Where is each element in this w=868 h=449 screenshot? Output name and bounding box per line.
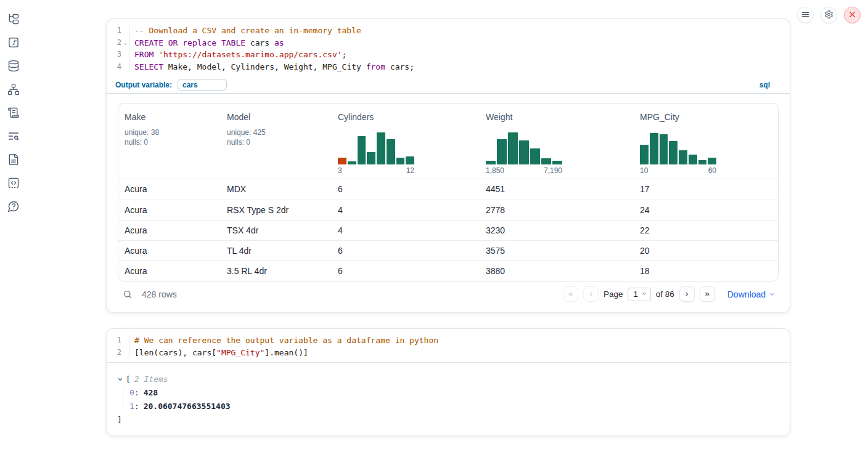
last-page-button[interactable]: » — [700, 286, 715, 302]
histogram-bar[interactable] — [650, 133, 658, 164]
histogram-bar[interactable] — [708, 158, 716, 164]
close-icon — [848, 10, 857, 21]
histogram-bar[interactable] — [669, 141, 678, 164]
scratchpad-icon[interactable] — [7, 106, 20, 119]
table-cell: 3575 — [480, 246, 634, 256]
chevrons-left-icon: « — [568, 289, 573, 299]
line-number: 3 — [107, 49, 121, 61]
chevron-right-icon: › — [685, 289, 689, 299]
histogram-bar[interactable] — [698, 160, 707, 164]
table-cell: Acura — [118, 266, 221, 276]
output-variable-input[interactable] — [178, 79, 227, 91]
column-header-cylinders[interactable]: Cylinders312 — [332, 103, 480, 179]
help-icon[interactable] — [7, 200, 20, 213]
search-icon[interactable] — [123, 289, 133, 299]
sql-editor[interactable]: 1-- Download a CSV and create an in-memo… — [107, 19, 790, 77]
table-row[interactable]: Acura3.5 RL 4dr6388018 — [118, 261, 778, 281]
settings-button[interactable] — [821, 7, 837, 23]
token-str: 'https://datasets.marimo.app/cars.csv' — [158, 50, 342, 59]
data-sources-icon[interactable] — [7, 59, 20, 73]
token-comment: -- Download a CSV and create an in-memor… — [134, 26, 361, 35]
tree-entry: 0:428 — [129, 386, 779, 400]
histogram-bar[interactable] — [377, 132, 385, 164]
code-text: # We can reference the output variable a… — [129, 334, 438, 347]
token-kw: TABLE — [221, 38, 245, 47]
fold-chevron-icon[interactable]: ⌄ — [121, 37, 129, 49]
line-number: 4 — [107, 61, 121, 73]
next-page-button[interactable]: › — [679, 286, 695, 302]
histogram-bar[interactable] — [508, 132, 518, 164]
histogram-bar[interactable] — [338, 158, 346, 164]
page-select[interactable]: 1 — [628, 288, 650, 301]
table-row[interactable]: AcuraRSX Type S 2dr4277824 — [118, 200, 778, 220]
histogram-bar[interactable] — [486, 161, 496, 164]
histogram-bar[interactable] — [640, 145, 649, 164]
table-cell: 3230 — [480, 225, 634, 235]
token-p — [216, 38, 221, 47]
histogram-bar[interactable] — [552, 161, 562, 164]
python-cell: 1# We can reference the output variable … — [106, 328, 790, 436]
histogram-bar[interactable] — [519, 140, 529, 164]
column-histogram[interactable]: 312 — [338, 132, 414, 175]
table-cell: 4 — [332, 225, 480, 235]
file-tree-icon[interactable] — [7, 12, 20, 26]
histogram-bar[interactable] — [541, 158, 551, 164]
logs-icon[interactable] — [7, 129, 20, 143]
token-kw: replace — [182, 38, 216, 47]
column-header-make[interactable]: Makeunique: 38nulls: 0 — [118, 103, 221, 179]
fold-gap — [121, 61, 129, 73]
table-cell: MDX — [221, 184, 332, 194]
column-name: Make — [125, 112, 145, 122]
prev-page-button[interactable]: ‹ — [583, 286, 599, 302]
table-row[interactable]: AcuraTL 4dr6357520 — [118, 240, 778, 261]
histogram-bar[interactable] — [497, 139, 507, 164]
column-histogram[interactable]: 1060 — [640, 132, 716, 175]
column-header-mpg_city[interactable]: MPG_City1060 — [634, 103, 778, 179]
code-line[interactable]: 1-- Download a CSV and create an in-memo… — [107, 25, 790, 37]
code-text: SELECT Make, Model, Cylinders, Weight, M… — [129, 61, 414, 73]
python-editor[interactable]: 1# We can reference the output variable … — [107, 329, 790, 363]
column-histogram[interactable]: 1,8507,190 — [486, 132, 562, 175]
code-line[interactable]: 4SELECT Make, Model, Cylinders, Weight, … — [107, 61, 790, 73]
documentation-icon[interactable] — [7, 153, 20, 166]
chevron-down-icon — [769, 289, 775, 299]
pagination: « ‹ Page 1 of 86 › » Download — [563, 286, 775, 302]
token-kw: SELECT — [134, 62, 163, 71]
variables-icon[interactable]: f — [7, 36, 20, 49]
code-line[interactable]: 2[len(cars), cars["MPG_City"].mean()] — [107, 347, 790, 359]
collapse-chevron-icon[interactable] — [117, 376, 125, 382]
snippets-icon[interactable] — [7, 176, 20, 190]
shutdown-button[interactable] — [844, 7, 861, 23]
table-row[interactable]: AcuraMDX6445117 — [118, 179, 778, 200]
column-name: Cylinders — [338, 112, 374, 122]
table-row[interactable]: AcuraTSX 4dr4323022 — [118, 220, 778, 240]
histogram-bar[interactable] — [689, 155, 697, 164]
code-line[interactable]: 2⌄CREATE OR replace TABLE cars as — [107, 37, 790, 49]
table-cell: 3880 — [480, 266, 634, 276]
histogram-bars — [486, 132, 562, 164]
token-kw: FROM — [134, 50, 154, 59]
menu-button[interactable] — [797, 7, 814, 23]
table-cell: Acura — [118, 246, 221, 256]
page-total-label: of 86 — [656, 289, 674, 299]
language-badge: sql — [760, 81, 770, 89]
column-header-model[interactable]: Modelunique: 425nulls: 0 — [221, 103, 332, 179]
code-line[interactable]: 3FROM 'https://datasets.marimo.app/cars.… — [107, 49, 790, 61]
histogram-bar[interactable] — [406, 156, 414, 164]
histogram-bar[interactable] — [348, 161, 356, 164]
entry-index: 0 — [129, 388, 134, 397]
axis-min-label: 10 — [640, 166, 648, 175]
histogram-bar[interactable] — [396, 158, 405, 164]
histogram-bar[interactable] — [679, 150, 687, 164]
histogram-bar[interactable] — [530, 148, 540, 164]
histogram-bar[interactable] — [387, 139, 395, 164]
column-header-weight[interactable]: Weight1,8507,190 — [480, 103, 634, 179]
first-page-button[interactable]: « — [563, 286, 578, 302]
histogram-bar[interactable] — [358, 136, 366, 164]
column-stat: unique: 425 — [227, 127, 266, 137]
download-button[interactable]: Download — [727, 289, 775, 299]
code-line[interactable]: 1# We can reference the output variable … — [107, 334, 790, 347]
histogram-bar[interactable] — [367, 152, 375, 164]
dependency-graph-icon[interactable] — [7, 83, 20, 96]
histogram-bar[interactable] — [660, 134, 668, 164]
